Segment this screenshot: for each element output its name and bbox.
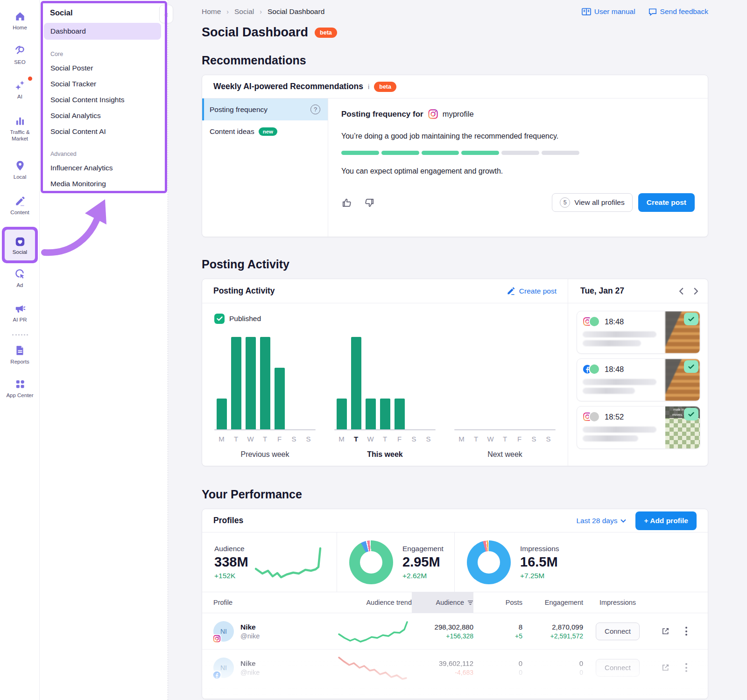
kebab-menu-icon[interactable]: [685, 627, 687, 636]
engagement-stat: Engagement 2.95M +2.62M: [337, 532, 454, 592]
view-all-profiles-button[interactable]: 5 View all profiles: [552, 193, 632, 212]
menu-section-advanced: Advanced: [50, 151, 168, 157]
external-link-icon[interactable]: [661, 663, 670, 672]
sidebar-item-ai-pr[interactable]: AI PR: [0, 302, 40, 323]
blurred-text: [583, 388, 635, 394]
scheduled-post-instagram-1852[interactable]: 18:52 mate in exac moves, but ho: [577, 406, 700, 449]
table-row-nike-instagram: NI Nike @nike 298,302,880 +156,328 8 +5: [202, 613, 708, 649]
posts-value: 0: [473, 659, 522, 667]
breadcrumb-separator: ›: [226, 8, 229, 15]
blurred-text: [583, 331, 656, 337]
audience-delta: +156,328: [412, 632, 473, 640]
bar: [231, 337, 241, 429]
chevron-right-icon[interactable]: [693, 287, 698, 295]
menu-item-dashboard[interactable]: Dashboard: [44, 23, 161, 40]
published-checkbox[interactable]: Published: [214, 314, 556, 324]
breadcrumb-social[interactable]: Social: [234, 7, 254, 16]
breadcrumb-separator: ›: [260, 8, 262, 15]
add-profile-button[interactable]: + Add profile: [635, 511, 697, 530]
daily-schedule-panel: Tue, Jan 27 18:48: [568, 279, 708, 466]
sidebar-item-reports[interactable]: Reports: [0, 344, 40, 365]
recommendation-message: You’re doing a good job maintaining the …: [341, 132, 695, 140]
social-heart-icon: [14, 236, 26, 248]
info-icon[interactable]: i: [368, 83, 369, 91]
chart-group-previous-week: MTWTFSS Previous week: [214, 337, 316, 459]
chevron-left-icon[interactable]: [679, 287, 684, 295]
column-engagement[interactable]: Engagement: [522, 599, 583, 606]
avatar: [589, 411, 600, 422]
external-link-icon[interactable]: [661, 627, 670, 636]
column-profile[interactable]: Profile: [213, 599, 330, 606]
sidebar-item-seo[interactable]: SEO: [0, 45, 40, 65]
posts-delta: +5: [473, 632, 522, 640]
reports-doc-icon: [0, 344, 40, 357]
menu-item-influencer-analytics[interactable]: Influencer Analytics: [40, 160, 168, 176]
your-performance-heading: Your Performance: [202, 488, 708, 501]
local-pin-icon: [0, 160, 40, 172]
beta-badge: beta: [374, 82, 396, 92]
engagement-delta: 0: [522, 669, 583, 676]
pencil-icon: [507, 287, 515, 295]
posts-delta: 0: [473, 669, 522, 676]
recommendation-outcome: You can expect optimal engagement and gr…: [341, 167, 695, 175]
thumb-down-icon[interactable]: [364, 197, 375, 208]
schedule-date: Tue, Jan 27: [580, 286, 624, 296]
kebab-menu-icon[interactable]: [685, 663, 687, 672]
sidebar-item-ai[interactable]: AI: [0, 79, 40, 100]
post-time: 18:52: [605, 413, 624, 421]
menu-item-social-content-insights[interactable]: Social Content Insights: [40, 92, 168, 108]
engagement-delta: +2,591,572: [522, 632, 583, 640]
audience-value: 298,302,880: [412, 623, 473, 631]
sidebar-item-content[interactable]: Content: [0, 195, 40, 216]
recommendations-heading: Recommendations: [202, 54, 708, 67]
menu-item-social-tracker[interactable]: Social Tracker: [40, 76, 168, 92]
sidebar-item-social-highlighted[interactable]: Social: [2, 227, 38, 263]
ai-pr-megaphone-icon: [0, 302, 40, 315]
sidebar-item-home[interactable]: Home: [0, 10, 40, 31]
menu-item-social-poster[interactable]: Social Poster: [40, 60, 168, 76]
sidebar-item-app-center[interactable]: App Center: [0, 378, 40, 399]
sidebar-item-traffic-market[interactable]: Traffic & Market: [0, 115, 40, 142]
tab-posting-frequency[interactable]: Posting frequency ?: [202, 98, 328, 120]
send-feedback-link[interactable]: Send feedback: [648, 7, 708, 16]
menu-item-social-content-ai[interactable]: Social Content AI: [40, 124, 168, 140]
create-post-link[interactable]: Create post: [507, 287, 557, 295]
bar: [275, 368, 285, 429]
create-post-button[interactable]: Create post: [638, 193, 695, 212]
connect-button[interactable]: Connect: [596, 623, 640, 640]
posts-value: 8: [473, 623, 522, 631]
bar: [395, 399, 405, 429]
column-audience-trend[interactable]: Audience trend: [330, 599, 412, 606]
column-posts[interactable]: Posts: [473, 599, 522, 606]
avatar: [589, 316, 600, 327]
connect-button[interactable]: Connect: [596, 659, 640, 677]
scheduled-post-facebook-1848[interactable]: 18:48: [577, 358, 700, 401]
scheduled-post-instagram-1848[interactable]: 18:48: [577, 311, 700, 354]
tab-content-ideas[interactable]: Content ideas new: [202, 120, 328, 142]
frequency-progress-bar: [341, 151, 579, 155]
user-manual-link[interactable]: User manual: [582, 7, 635, 16]
menu-item-media-monitoring[interactable]: Media Monitoring: [40, 176, 168, 192]
ad-cursor-icon: [0, 268, 40, 280]
column-impressions[interactable]: Impressions: [583, 599, 652, 606]
question-icon[interactable]: ?: [310, 105, 320, 114]
notification-dot: [27, 76, 33, 82]
sidebar-divider: [12, 334, 28, 336]
menu-item-social-analytics[interactable]: Social Analytics: [40, 108, 168, 124]
breadcrumb-home[interactable]: Home: [202, 7, 221, 16]
thumb-up-icon[interactable]: [341, 197, 352, 208]
blurred-text: [583, 379, 656, 385]
posting-activity-card: Posting Activity Create post Published M…: [202, 279, 708, 466]
avatar: [589, 364, 600, 375]
sidebar-item-ad[interactable]: Ad: [0, 268, 40, 288]
profiles-card-title: Profiles: [213, 516, 243, 525]
engagement-value: 2,870,099: [522, 623, 583, 631]
page-title: Social Dashboard: [202, 25, 308, 40]
period-dropdown[interactable]: Last 28 days: [577, 517, 627, 525]
audience-stat: Audience 338M +152K: [202, 532, 337, 592]
sidebar-item-local[interactable]: Local: [0, 160, 40, 180]
post-thumbnail: [665, 359, 700, 401]
post-time: 18:48: [605, 365, 624, 374]
collapse-panel-button[interactable]: «: [159, 5, 173, 23]
column-audience-sorted[interactable]: Audience: [412, 592, 473, 613]
